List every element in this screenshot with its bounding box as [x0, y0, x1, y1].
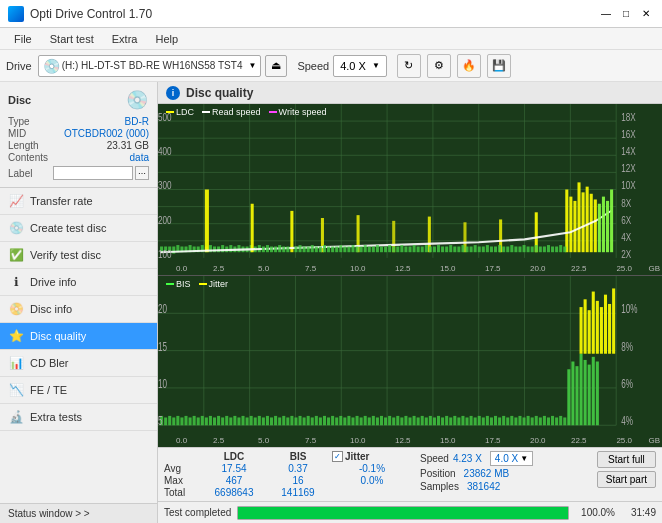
position-label: Position: [420, 468, 456, 479]
svg-rect-92: [388, 245, 391, 252]
sidebar-item-drive-info[interactable]: ℹ Drive info: [0, 269, 157, 296]
sidebar-item-extra-tests[interactable]: 🔬 Extra tests: [0, 404, 157, 431]
app-icon: [8, 6, 24, 22]
svg-rect-224: [384, 417, 387, 425]
svg-text:6X: 6X: [621, 213, 631, 226]
svg-rect-126: [527, 247, 530, 253]
svg-rect-219: [364, 416, 367, 425]
svg-rect-241: [453, 416, 456, 425]
svg-rect-186: [229, 417, 232, 425]
sidebar-item-create-test-disc[interactable]: 💿 Create test disc: [0, 215, 157, 242]
svg-rect-79: [335, 247, 338, 253]
extra-tests-icon: 🔬: [8, 409, 24, 425]
svg-rect-113: [474, 245, 477, 252]
menu-file[interactable]: File: [6, 31, 40, 47]
burn-button[interactable]: 🔥: [457, 54, 481, 78]
eject-button[interactable]: ⏏: [265, 55, 287, 77]
drive-value: (H:) HL-DT-ST BD-RE WH16NS58 TST4: [62, 60, 243, 71]
options-button[interactable]: ⚙: [427, 54, 451, 78]
svg-rect-71: [303, 247, 306, 253]
svg-rect-282: [600, 307, 603, 354]
svg-rect-67: [282, 247, 285, 253]
svg-rect-198: [278, 417, 281, 425]
svg-rect-187: [233, 416, 236, 425]
sidebar-item-cd-bler[interactable]: 📊 CD Bler: [0, 350, 157, 377]
time-text: 31:49: [621, 507, 656, 518]
svg-rect-233: [421, 416, 424, 425]
svg-rect-178: [197, 417, 200, 425]
svg-rect-56: [573, 201, 576, 252]
menu-help[interactable]: Help: [147, 31, 186, 47]
svg-rect-217: [356, 416, 359, 425]
svg-rect-259: [527, 416, 530, 425]
start-part-button[interactable]: Start part: [597, 471, 656, 488]
svg-rect-116: [486, 245, 489, 252]
start-full-button[interactable]: Start full: [597, 451, 656, 468]
svg-rect-111: [465, 247, 468, 253]
svg-rect-45: [251, 204, 254, 252]
svg-rect-192: [254, 417, 257, 425]
svg-rect-256: [514, 417, 517, 425]
ldc-total: 6698643: [204, 487, 264, 498]
svg-rect-193: [258, 416, 261, 425]
svg-rect-237: [437, 416, 440, 425]
svg-rect-232: [417, 417, 420, 425]
samples-label: Samples: [420, 481, 459, 492]
svg-rect-221: [372, 416, 375, 425]
svg-rect-211: [331, 416, 334, 425]
svg-rect-204: [303, 417, 306, 425]
drive-icon: 💿: [43, 58, 60, 74]
svg-text:4%: 4%: [621, 413, 633, 427]
svg-rect-273: [584, 360, 587, 425]
sidebar-item-disc-quality[interactable]: ⭐ Disc quality: [0, 323, 157, 350]
save-button[interactable]: 💾: [487, 54, 511, 78]
svg-text:20: 20: [158, 301, 167, 315]
speed-selector[interactable]: 4.0 X ▼: [333, 55, 387, 77]
progress-bar-container: [237, 506, 569, 520]
svg-rect-98: [413, 245, 416, 252]
svg-rect-174: [180, 417, 183, 425]
minimize-button[interactable]: —: [598, 6, 614, 22]
svg-rect-109: [457, 247, 460, 253]
refresh-button[interactable]: ↻: [397, 54, 421, 78]
speed-value: 4.0 X: [340, 60, 366, 72]
svg-rect-247: [478, 416, 481, 425]
svg-text:4X: 4X: [621, 230, 631, 243]
menu-start-test[interactable]: Start test: [42, 31, 102, 47]
sidebar-item-verify-test-disc[interactable]: ✅ Verify test disc: [0, 242, 157, 269]
svg-rect-85: [360, 247, 363, 253]
sidebar-item-transfer-rate[interactable]: 📈 Transfer rate: [0, 188, 157, 215]
svg-rect-234: [425, 417, 428, 425]
svg-rect-212: [335, 417, 338, 425]
svg-rect-58: [582, 192, 585, 252]
chart1-legend: LDC Read speed Write speed: [166, 107, 326, 117]
sidebar-item-fe-te[interactable]: 📉 FE / TE: [0, 377, 157, 404]
maximize-button[interactable]: □: [618, 6, 634, 22]
status-window-button[interactable]: Status window > >: [0, 503, 157, 523]
disc-label-button[interactable]: ⋯: [135, 166, 149, 180]
samples-value: 381642: [467, 481, 500, 492]
speed-selector-stats[interactable]: 4.0 X ▼: [490, 451, 533, 466]
svg-rect-96: [404, 247, 407, 253]
disc-label-input[interactable]: [53, 166, 133, 180]
jitter-checkbox[interactable]: ✓: [332, 451, 343, 462]
svg-rect-117: [490, 247, 493, 253]
svg-rect-225: [388, 416, 391, 425]
svg-rect-181: [209, 416, 212, 425]
drive-label: Drive: [6, 60, 32, 72]
drive-selector[interactable]: 💿 (H:) HL-DT-ST BD-RE WH16NS58 TST4 ▼: [38, 55, 262, 77]
svg-rect-281: [596, 301, 599, 354]
sidebar-item-label: Drive info: [30, 276, 76, 288]
menu-extra[interactable]: Extra: [104, 31, 146, 47]
svg-rect-114: [478, 247, 481, 253]
svg-rect-95: [400, 245, 403, 252]
svg-rect-107: [449, 245, 452, 252]
svg-rect-285: [612, 288, 615, 353]
svg-text:200: 200: [158, 213, 172, 226]
svg-rect-185: [225, 416, 228, 425]
svg-rect-83: [351, 245, 354, 252]
sidebar-item-disc-info[interactable]: 📀 Disc info: [0, 296, 157, 323]
close-button[interactable]: ✕: [638, 6, 654, 22]
svg-rect-76: [323, 245, 326, 252]
svg-rect-75: [319, 247, 322, 253]
